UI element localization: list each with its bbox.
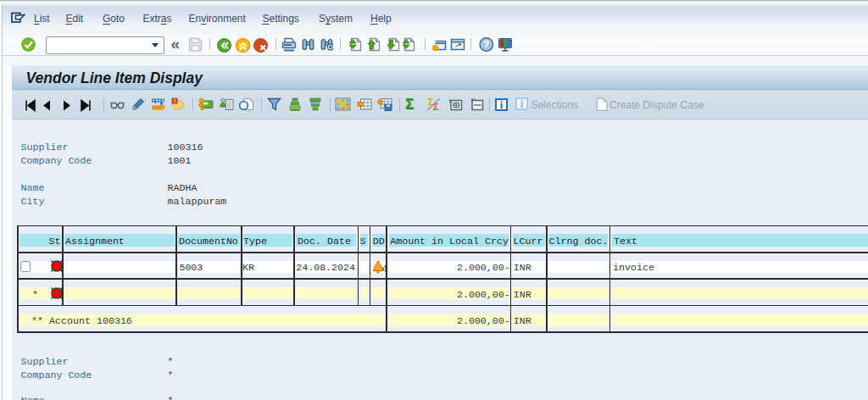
svg-text:?: ? [483,39,489,49]
svg-text:i: i [499,99,503,111]
svg-text:!: ! [173,97,175,103]
svg-text:i: i [520,98,524,110]
